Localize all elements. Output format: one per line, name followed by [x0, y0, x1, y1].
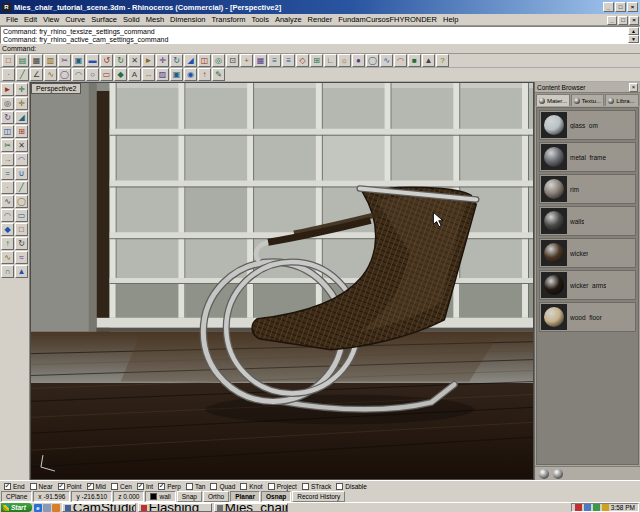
menu-item[interactable]: File	[3, 15, 21, 24]
polyline-icon[interactable]: ∠	[30, 68, 43, 81]
wireframe-view-icon[interactable]: ◯	[366, 54, 379, 67]
offset-tool-icon[interactable]: =	[1, 167, 14, 180]
command-history-scrollbar[interactable]: ▲ ▼	[628, 27, 639, 43]
split-tool-icon[interactable]: ✕	[15, 139, 28, 152]
text-object-icon[interactable]: A	[128, 68, 141, 81]
pan-view-icon[interactable]: +	[240, 54, 253, 67]
osnap-checkbox[interactable]: End	[4, 483, 25, 490]
material-item[interactable]: wicker	[539, 238, 636, 268]
extend-tool-icon[interactable]: →	[1, 153, 14, 166]
menu-item[interactable]: Mesh	[143, 15, 167, 24]
named-views-icon[interactable]: ▦	[254, 54, 267, 67]
properties-icon[interactable]: ≡	[282, 54, 295, 67]
arc-icon[interactable]: ◠	[72, 68, 85, 81]
material-list[interactable]: glass_om metal_frame rim	[536, 107, 639, 465]
start-button[interactable]: Start	[1, 503, 32, 512]
menu-item[interactable]: View	[40, 15, 62, 24]
redo-icon[interactable]: ↻	[114, 54, 127, 67]
command-prompt-input[interactable]: Command:	[0, 44, 640, 54]
close-button[interactable]: ×	[627, 2, 638, 12]
osnap-checkbox[interactable]: Tan	[186, 483, 205, 490]
checkbox-icon[interactable]	[186, 483, 193, 490]
osnap-checkbox[interactable]: STrack	[302, 483, 331, 490]
menu-item[interactable]: Solid	[120, 15, 143, 24]
block-icon[interactable]: ▣	[170, 68, 183, 81]
osnap-pane[interactable]: Osnap	[261, 491, 291, 502]
show-desktop-quicklaunch-icon[interactable]	[43, 504, 51, 512]
new-file-icon[interactable]: □	[2, 54, 15, 67]
osnap-checkbox[interactable]: Mid	[87, 483, 106, 490]
dimension-icon[interactable]: ↔	[142, 68, 155, 81]
move-icon[interactable]: ✛	[156, 54, 169, 67]
maximize-button[interactable]: □	[618, 16, 628, 25]
trim-tool-icon[interactable]: ✂	[1, 139, 14, 152]
osnap-checkbox[interactable]: Int	[137, 483, 153, 490]
osnap-checkbox[interactable]: Near	[30, 483, 53, 490]
shaded-view-icon[interactable]: ●	[352, 54, 365, 67]
mirror-icon[interactable]: ◫	[198, 54, 211, 67]
solid-tools-icon[interactable]: ■	[408, 54, 421, 67]
help-icon[interactable]: ?	[436, 54, 449, 67]
command-history[interactable]: Command: fry_rhino_texsize_settings_comm…	[0, 26, 640, 44]
curve-tool-icon[interactable]: ∿	[1, 195, 14, 208]
material-item[interactable]: glass_om	[539, 110, 636, 140]
line-tool-icon[interactable]: ╱	[15, 181, 28, 194]
close-button[interactable]: ×	[629, 16, 639, 25]
osnap-checkbox[interactable]: Perp	[158, 483, 181, 490]
checkbox-icon[interactable]	[4, 483, 11, 490]
menu-item[interactable]: Transform	[209, 15, 249, 24]
material-item[interactable]: wood_floor	[539, 302, 636, 332]
point-tool-icon[interactable]: ·	[1, 181, 14, 194]
interp-curve-icon[interactable]: ∿	[44, 68, 57, 81]
pointer-tool-icon[interactable]: ►	[1, 83, 14, 96]
content-browser-tab[interactable]: Mater...	[536, 94, 570, 106]
sweep-tool-icon[interactable]: ∿	[1, 251, 14, 264]
maximize-button[interactable]: □	[615, 2, 626, 12]
rectangle-icon[interactable]: ▭	[100, 68, 113, 81]
checkbox-icon[interactable]	[137, 483, 144, 490]
line-icon[interactable]: ╱	[16, 68, 29, 81]
open-file-icon[interactable]: ▤	[16, 54, 29, 67]
select-pointer-icon[interactable]: ►	[142, 54, 155, 67]
ortho-mode-icon[interactable]: ∟	[324, 54, 337, 67]
annotate-pencil-icon[interactable]: ✎	[212, 68, 225, 81]
layer-cell[interactable]: wall	[145, 491, 175, 502]
hatch-icon[interactable]: ▨	[156, 68, 169, 81]
content-browser-tab[interactable]: Libra...	[605, 94, 639, 106]
taskbar-task-button[interactable]: Mies_chair_tutorial_scen...	[214, 503, 288, 512]
rectangle-tool-icon[interactable]: ▭	[15, 209, 28, 222]
viewport-title[interactable]: Perspective2	[31, 83, 81, 94]
menu-item[interactable]: Edit	[21, 15, 40, 24]
layers-icon[interactable]: ≡	[268, 54, 281, 67]
checkbox-icon[interactable]	[111, 483, 118, 490]
network-tray-icon[interactable]	[593, 504, 600, 511]
mesh-tool-icon[interactable]: ▲	[15, 265, 28, 278]
menu-item[interactable]: Help	[440, 15, 461, 24]
minimize-button[interactable]: _	[607, 16, 617, 25]
osnap-checkbox[interactable]: Point	[58, 483, 82, 490]
curve-tools-icon[interactable]: ∿	[380, 54, 393, 67]
checkbox-icon[interactable]	[87, 483, 94, 490]
osnap-checkbox[interactable]: Knot	[240, 483, 262, 490]
ortho-pane[interactable]: Ortho	[203, 491, 229, 502]
checkbox-icon[interactable]	[240, 483, 247, 490]
extrude-icon[interactable]: ↑	[198, 68, 211, 81]
print-icon[interactable]: ▥	[44, 54, 57, 67]
render-icon[interactable]: ☼	[338, 54, 351, 67]
mesh-tools-icon[interactable]: ▲	[422, 54, 435, 67]
circle-tool-icon[interactable]: ◯	[15, 195, 28, 208]
taskbar-task-button[interactable]: CamStudio	[62, 503, 136, 512]
taskbar-task-button[interactable]: Flashing	[138, 503, 212, 512]
content-browser-tab[interactable]: Textu...	[571, 94, 605, 106]
osnap-checkbox[interactable]: Cen	[111, 483, 132, 490]
osnap-checkbox[interactable]: Quad	[210, 483, 235, 490]
zoom-window-icon[interactable]: ⊡	[226, 54, 239, 67]
rotate-icon[interactable]: ↻	[170, 54, 183, 67]
material-item[interactable]: wicker_arms	[539, 270, 636, 300]
scroll-up-icon[interactable]: ▲	[628, 27, 639, 35]
title-bar[interactable]: R Mies_chair_tutorial_scene.3dm - Rhinoc…	[0, 0, 640, 14]
undo-icon[interactable]: ↺	[100, 54, 113, 67]
checkbox-icon[interactable]	[336, 483, 343, 490]
ellipse-icon[interactable]: ○	[86, 68, 99, 81]
update-tray-icon[interactable]	[602, 504, 609, 511]
